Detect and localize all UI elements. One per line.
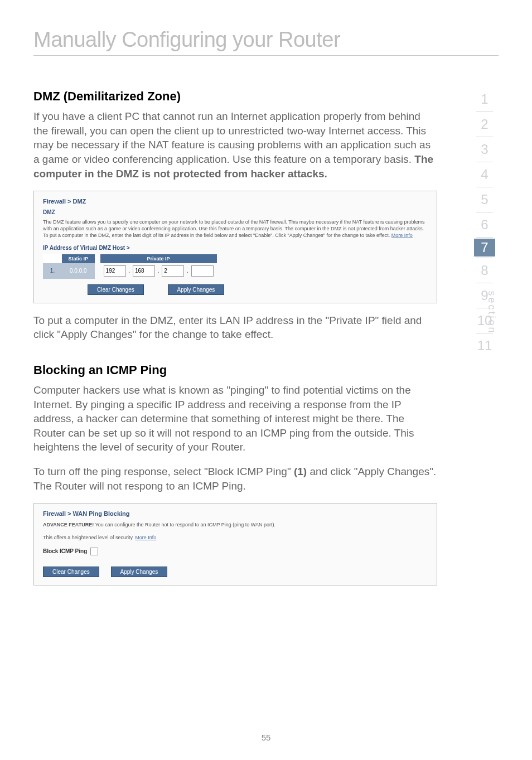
- page-number: 55: [0, 733, 532, 742]
- ip-octet-4[interactable]: [191, 265, 214, 277]
- dmz-heading: DMZ (Demilitarized Zone): [33, 89, 437, 104]
- page-title: Manually Configuring your Router: [33, 28, 499, 52]
- title-rule: [33, 55, 499, 56]
- section-nav-2[interactable]: 2: [470, 113, 500, 135]
- icmp-panel: Firewall > WAN Ping Blocking ADVANCE FEA…: [33, 503, 437, 585]
- section-label: section: [485, 291, 497, 334]
- block-icmp-checkbox[interactable]: [90, 548, 98, 555]
- static-ip-cell: 0.0.0.0: [62, 263, 95, 279]
- icmp-para2-a: To turn off the ping response, select "B…: [33, 466, 294, 477]
- table-row: 1. 0.0.0.0 . . .: [43, 263, 217, 279]
- section-nav-11[interactable]: 11: [470, 335, 500, 357]
- icmp-para2: To turn off the ping response, select "B…: [33, 464, 437, 493]
- more-info-link[interactable]: More Info: [135, 535, 156, 540]
- dmz-followup: To put a computer in the DMZ, enter its …: [33, 313, 437, 342]
- nav-divider: [476, 283, 493, 283]
- dmz-intro: If you have a client PC that cannot run …: [33, 109, 437, 181]
- nav-divider: [476, 212, 493, 212]
- dmz-panel-desc-text: The DMZ feature allows you to specify on…: [43, 219, 425, 238]
- block-icmp-row: Block ICMP Ping: [43, 548, 428, 555]
- section-nav-6[interactable]: 6: [470, 214, 500, 236]
- nav-divider: [476, 162, 493, 162]
- apply-changes-button[interactable]: Apply Changes: [111, 567, 168, 577]
- ip-octet-2[interactable]: [133, 265, 155, 277]
- section-nav-8[interactable]: 8: [470, 259, 500, 282]
- icmp-line1-rest: You can configure the Router not to resp…: [95, 522, 275, 527]
- table-header-blank: [43, 254, 62, 263]
- icmp-line2-a: This offers a heightened level of securi…: [43, 535, 135, 540]
- icmp-panel-line1: ADVANCE FEATURE! You can configure the R…: [43, 521, 428, 528]
- section-nav-7[interactable]: 7: [474, 239, 495, 256]
- dmz-intro-text: If you have a client PC that cannot run …: [33, 110, 431, 165]
- icmp-ref: (1): [294, 466, 307, 477]
- row-index: 1.: [43, 263, 62, 279]
- table-header-gap: [95, 254, 100, 263]
- more-info-link[interactable]: More Info: [391, 233, 413, 238]
- block-icmp-label: Block ICMP Ping: [43, 548, 87, 554]
- private-ip-cell: . . .: [100, 263, 217, 279]
- dmz-panel: Firewall > DMZ DMZ The DMZ feature allow…: [33, 191, 437, 303]
- dmz-panel-subtitle: DMZ: [43, 209, 428, 215]
- ip-dot: .: [158, 268, 159, 274]
- dmz-table: Static IP Private IP 1. 0.0.0.0 . . .: [43, 254, 217, 279]
- section-nav-4[interactable]: 4: [470, 163, 500, 186]
- icmp-panel-line2: This offers a heightened level of securi…: [43, 534, 428, 541]
- ip-octet-1[interactable]: [104, 265, 126, 277]
- nav-divider: [476, 237, 493, 238]
- apply-changes-button[interactable]: Apply Changes: [168, 284, 225, 295]
- dmz-panel-breadcrumb: Firewall > DMZ: [43, 198, 428, 205]
- nav-divider: [476, 112, 493, 112]
- section-nav-1[interactable]: 1: [470, 88, 500, 110]
- nav-divider: [476, 187, 493, 187]
- ip-dot: .: [187, 268, 188, 274]
- section-nav-5[interactable]: 5: [470, 188, 500, 211]
- clear-changes-button[interactable]: Clear Changes: [43, 567, 99, 577]
- icmp-heading: Blocking an ICMP Ping: [33, 363, 437, 377]
- nav-divider: [476, 258, 493, 258]
- ip-dot: .: [128, 268, 130, 274]
- icmp-panel-breadcrumb: Firewall > WAN Ping Blocking: [43, 510, 428, 517]
- ip-octet-3[interactable]: [162, 265, 184, 277]
- section-nav-3[interactable]: 3: [470, 138, 500, 161]
- table-header-row: Static IP Private IP: [43, 254, 217, 263]
- section-nav: 1 2 3 4 5 6 7 8 9 10 11 section: [470, 88, 500, 357]
- icmp-para1: Computer hackers use what is known as "p…: [33, 383, 437, 454]
- dmz-panel-desc: The DMZ feature allows you to specify on…: [43, 219, 428, 239]
- nav-divider: [476, 137, 493, 137]
- advance-feature-label: ADVANCE FEATURE!: [43, 522, 95, 527]
- th-static-ip: Static IP: [62, 254, 95, 263]
- dmz-host-label: IP Address of Virtual DMZ Host >: [43, 245, 428, 251]
- th-private-ip: Private IP: [100, 254, 217, 263]
- clear-changes-button[interactable]: Clear Changes: [88, 284, 144, 295]
